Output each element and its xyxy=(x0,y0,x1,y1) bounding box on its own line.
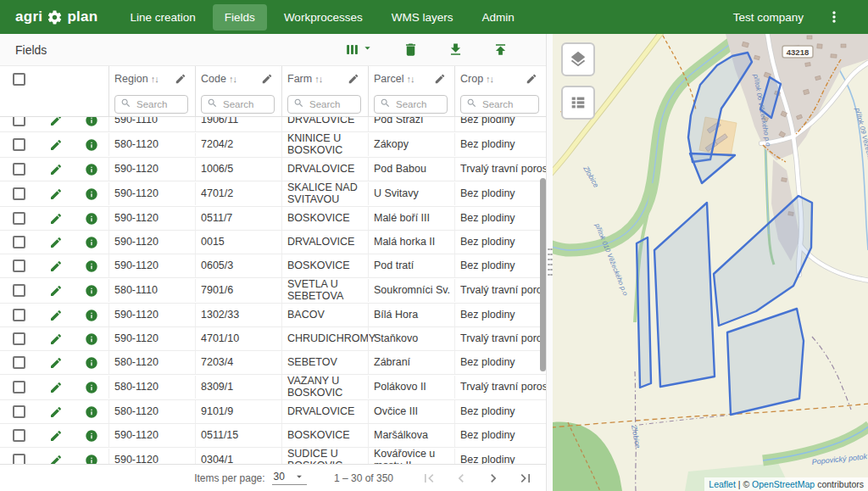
row-edit-icon[interactable] xyxy=(49,163,63,176)
search-input-crop[interactable] xyxy=(481,98,533,110)
row-info-icon[interactable] xyxy=(85,381,98,394)
row-info-icon[interactable] xyxy=(85,309,98,322)
row-edit-icon[interactable] xyxy=(49,309,63,322)
search-input-region[interactable] xyxy=(135,98,182,110)
sort-icon[interactable]: ↑↓ xyxy=(151,74,159,84)
row-info-icon[interactable] xyxy=(85,212,98,226)
search-box-code[interactable] xyxy=(201,95,275,114)
row-edit-icon[interactable] xyxy=(49,429,63,443)
row-edit-icon[interactable] xyxy=(49,454,63,465)
row-edit-icon[interactable] xyxy=(49,259,63,273)
row-edit-icon[interactable] xyxy=(49,405,63,419)
pane-splitter[interactable] xyxy=(546,34,553,491)
field-polygon[interactable] xyxy=(637,237,651,388)
row-info-icon[interactable] xyxy=(85,163,98,176)
row-info-icon[interactable] xyxy=(85,429,98,443)
pagination-range: 1 – 30 of 350 xyxy=(334,472,393,484)
delete-button[interactable] xyxy=(403,42,419,58)
row-checkbox[interactable] xyxy=(13,236,25,248)
row-info-icon[interactable] xyxy=(85,332,98,346)
table-row: 590-11201006/5DRVALOVICEPod BabouTrvalý … xyxy=(0,158,546,181)
search-box-crop[interactable] xyxy=(460,95,539,114)
download-button[interactable] xyxy=(448,42,464,58)
row-edit-icon[interactable] xyxy=(49,187,63,201)
row-info-icon[interactable] xyxy=(85,356,98,370)
row-info-icon[interactable] xyxy=(85,259,98,273)
row-info-icon[interactable] xyxy=(85,284,98,298)
columns-visibility-button[interactable] xyxy=(344,42,374,58)
row-edit-icon[interactable] xyxy=(49,356,63,370)
row-checkbox[interactable] xyxy=(13,212,25,225)
row-edit-icon[interactable] xyxy=(49,138,63,152)
company-name[interactable]: Test company xyxy=(733,11,804,24)
openstreetmap-link[interactable]: OpenStreetMap xyxy=(752,479,815,489)
sort-icon[interactable]: ↑↓ xyxy=(229,74,236,84)
map-legend-button[interactable] xyxy=(561,86,595,120)
overflow-menu-icon[interactable] xyxy=(826,8,843,25)
row-checkbox[interactable] xyxy=(13,187,25,200)
nav-item-wms-layers[interactable]: WMS layers xyxy=(380,4,465,31)
leaflet-link[interactable]: Leaflet xyxy=(709,479,736,489)
map-canvas[interactable]: Věžky Zlobice přítok 010 Věžeckého p.o p… xyxy=(553,34,868,491)
row-checkbox[interactable] xyxy=(13,284,25,297)
column-edit-icon[interactable] xyxy=(348,73,359,85)
row-edit-icon[interactable] xyxy=(49,381,63,394)
map-layers-button[interactable] xyxy=(561,42,595,76)
cell-region: 590-1120 xyxy=(108,304,195,326)
row-checkbox[interactable] xyxy=(13,309,25,321)
row-info-icon[interactable] xyxy=(85,454,98,465)
column-edit-icon[interactable] xyxy=(175,73,186,85)
column-edit-icon[interactable] xyxy=(526,73,537,85)
row-edit-icon[interactable] xyxy=(49,284,63,298)
cell-crop: Bez plodiny xyxy=(454,254,546,277)
search-box-region[interactable] xyxy=(114,95,188,114)
sort-icon[interactable]: ↑↓ xyxy=(486,74,493,84)
row-info-icon[interactable] xyxy=(85,117,98,127)
nav-item-workprocesses[interactable]: Workprocesses xyxy=(272,4,375,31)
row-checkbox[interactable] xyxy=(13,117,25,126)
table-row: 580-11208309/1VAZANY U BOSKOVICPolákovo … xyxy=(0,375,546,400)
row-checkbox[interactable] xyxy=(13,454,25,464)
row-edit-icon[interactable] xyxy=(49,332,63,346)
row-edit-icon[interactable] xyxy=(49,117,63,127)
search-input-parcel[interactable] xyxy=(394,98,442,110)
row-edit-icon[interactable] xyxy=(49,212,63,226)
sort-icon[interactable]: ↑↓ xyxy=(406,74,414,84)
search-input-farm[interactable] xyxy=(308,98,355,110)
last-page-button[interactable] xyxy=(515,468,536,488)
column-edit-icon[interactable] xyxy=(261,73,273,85)
items-per-page-select[interactable]: 30 xyxy=(272,471,307,485)
sort-icon[interactable]: ↑↓ xyxy=(314,74,322,84)
first-page-button[interactable] xyxy=(419,468,439,488)
row-edit-icon[interactable] xyxy=(49,236,63,249)
table-row: 580-11209101/9DRVALOVICEOvčice IIIBez pl… xyxy=(0,400,546,424)
cell-code: 1906/11 xyxy=(195,117,281,131)
row-checkbox[interactable] xyxy=(13,332,25,345)
table-row: 590-11200511/7BOSKOVICEMalé boří IIIBez … xyxy=(0,207,546,231)
nav-item-fields[interactable]: Fields xyxy=(213,4,267,31)
table-scrollbar[interactable] xyxy=(540,178,546,371)
search-box-parcel[interactable] xyxy=(374,95,448,114)
search-box-farm[interactable] xyxy=(287,95,361,114)
app-logo[interactable]: agri plan xyxy=(15,8,98,25)
nav-item-admin[interactable]: Admin xyxy=(470,4,526,31)
row-info-icon[interactable] xyxy=(85,138,98,152)
nav-item-line-creation[interactable]: Line creation xyxy=(119,4,208,31)
upload-button[interactable] xyxy=(492,42,509,58)
row-checkbox[interactable] xyxy=(13,429,25,442)
row-checkbox[interactable] xyxy=(13,163,25,176)
next-page-button[interactable] xyxy=(483,468,504,488)
select-all-checkbox[interactable] xyxy=(13,73,25,86)
row-checkbox[interactable] xyxy=(13,356,25,369)
previous-page-button[interactable] xyxy=(451,468,471,488)
row-checkbox[interactable] xyxy=(13,138,25,151)
row-info-icon[interactable] xyxy=(85,236,98,249)
row-info-icon[interactable] xyxy=(85,187,98,201)
search-input-code[interactable] xyxy=(221,98,269,110)
row-checkbox[interactable] xyxy=(13,405,25,418)
row-checkbox[interactable] xyxy=(13,381,25,393)
column-edit-icon[interactable] xyxy=(434,73,446,85)
row-checkbox[interactable] xyxy=(13,259,25,272)
row-info-icon[interactable] xyxy=(85,405,98,419)
column-label-parcel: Parcel xyxy=(374,73,403,85)
